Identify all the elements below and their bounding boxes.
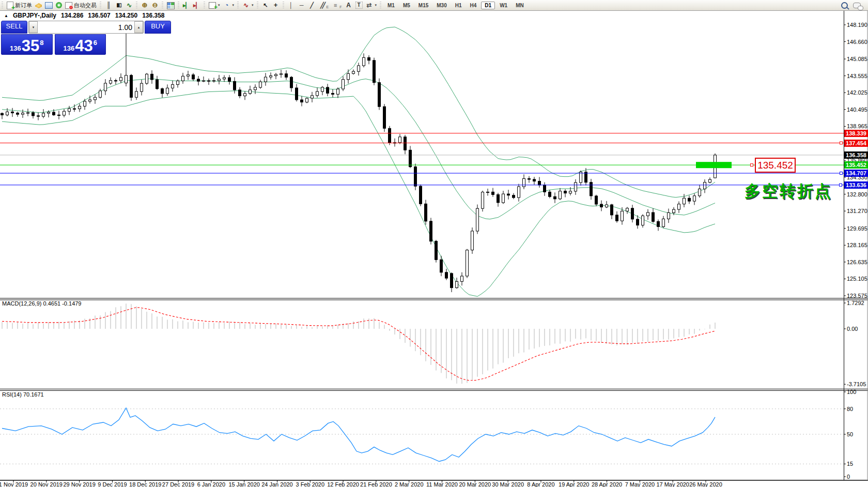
zoom-out-button[interactable]: ⊖: [150, 1, 160, 9]
mt4-window: 新订单自动交易║▮▯∿⊕⊖▸▏▸▏▾◔▾∿▾↖+│─╱╱╱E≡FAT⇄▾M1M5…: [0, 0, 868, 487]
terminal-button[interactable]: [43, 1, 54, 9]
toolbar-grip[interactable]: [136, 2, 137, 9]
line-chart-button[interactable]: ∿: [124, 1, 134, 9]
symbol-period-label: GBPJPY-,Daily: [13, 12, 56, 19]
buy-price[interactable]: 136 43 6: [55, 34, 106, 55]
rsi-tick-label: 15: [847, 461, 853, 467]
chart-shift-button[interactable]: ▸▏: [192, 1, 202, 9]
new-chart-button[interactable]: ▾: [207, 2, 222, 9]
cursor-icon: ↖: [262, 2, 269, 9]
volume-increase-button[interactable]: ▴: [134, 21, 143, 33]
zoom-in-button[interactable]: ⊕: [140, 1, 150, 9]
candlestick-chart-button[interactable]: ▮▯: [114, 1, 124, 9]
toolbar-grip[interactable]: [283, 2, 284, 9]
date-axis-label: 17 May 2020: [656, 481, 689, 487]
price-badge: 134.707: [844, 170, 868, 177]
rsi-tick-label: 80: [847, 406, 853, 412]
label-tool-button[interactable]: T: [354, 1, 364, 9]
price-badge: 138.339: [844, 130, 868, 137]
toolbar-grip[interactable]: [178, 2, 179, 9]
new-order-button-label: 新订单: [15, 2, 32, 9]
quote-low: 134.250: [115, 12, 137, 19]
bars-icon: ║: [105, 2, 112, 9]
toolbar-grip[interactable]: [100, 2, 101, 9]
volume-stepper: ▾ ▴: [28, 21, 144, 34]
date-axis-label: 11 Mar 2020: [426, 481, 458, 487]
toolbar-grip[interactable]: [162, 2, 163, 9]
turning-point-annotation[interactable]: 多空转折点: [745, 180, 832, 202]
indicators-button[interactable]: ∿▾: [241, 1, 255, 9]
price-tick-label: 143.555: [847, 73, 867, 79]
volume-input[interactable]: [38, 21, 134, 33]
level-price-label[interactable]: 135.452: [755, 158, 796, 173]
sell-price[interactable]: 136 35 8: [1, 34, 53, 55]
timeframe-m30-button[interactable]: M30: [433, 2, 450, 9]
timeframe-h1-button[interactable]: H1: [452, 2, 466, 9]
fibonacci-tool-button-sub: F: [339, 5, 342, 9]
collapse-panel-icon[interactable]: ▲: [4, 13, 8, 18]
chevron-down-icon[interactable]: ▾: [233, 3, 235, 7]
autotrading-button-label: 自动交易: [74, 2, 97, 9]
bar-chart-button[interactable]: ║: [103, 1, 114, 9]
buy-button[interactable]: BUY: [145, 21, 171, 34]
search-icon[interactable]: [841, 2, 848, 9]
sell-button[interactable]: SELL: [1, 21, 27, 34]
text-icon: A: [345, 2, 352, 9]
toolbar-grip[interactable]: [380, 2, 381, 9]
rsi-label: RSI(14) 70.1671: [2, 391, 44, 398]
date-axis-label: 29 Nov 2019: [63, 481, 95, 487]
fibonacci-tool-button[interactable]: ≡F: [330, 1, 343, 9]
cursor-tool-button[interactable]: ↖: [260, 1, 271, 9]
volume-decrease-button[interactable]: ▾: [29, 21, 38, 33]
timeframe-h4-button[interactable]: H4: [467, 2, 481, 9]
date-axis-label: 20 Nov 2019: [30, 481, 63, 487]
channel-tool-button-sub: E: [327, 5, 329, 9]
timeframe-m5-button[interactable]: M5: [399, 2, 414, 9]
crosshair-tool-button[interactable]: +: [271, 1, 281, 9]
toolbar: 新订单自动交易║▮▯∿⊕⊖▸▏▸▏▾◔▾∿▾↖+│─╱╱╱E≡FAT⇄▾M1M5…: [0, 0, 868, 11]
date-axis-label: 24 Jan 2020: [261, 481, 293, 487]
timeframe-m1-button[interactable]: M1: [384, 2, 398, 9]
chevron-down-icon[interactable]: ▾: [218, 3, 220, 7]
zoom-icon: ⊕: [141, 2, 148, 9]
new-order-button[interactable]: 新订单: [5, 1, 34, 10]
timeframe-m15-button[interactable]: M15: [415, 2, 432, 9]
chat-icon[interactable]: [853, 3, 861, 8]
toolbar-grip[interactable]: [2, 2, 3, 9]
auto-scroll-button[interactable]: ▸▏: [181, 1, 192, 9]
zoom-icon: ⊖: [151, 2, 159, 9]
rsi-tick-label: 0: [847, 474, 850, 480]
new-chart-icon: [209, 2, 216, 9]
metaeditor-button[interactable]: [34, 2, 43, 9]
price-tick-label: 126.635: [847, 259, 867, 265]
toolbar-grip[interactable]: [204, 2, 205, 9]
line-chart-icon: ∿: [126, 2, 133, 9]
chart-canvas[interactable]: [0, 0, 868, 487]
buy-button-label: BUY: [151, 22, 165, 30]
tile-windows-button[interactable]: [165, 1, 176, 10]
price-badge: 137.454: [844, 140, 868, 147]
macd-tick-label: 1.7292: [847, 300, 864, 306]
timeframe-w1-button[interactable]: W1: [496, 2, 511, 9]
text-tool-button[interactable]: A: [344, 1, 354, 9]
toolbar-grip[interactable]: [257, 2, 258, 9]
chevron-down-icon[interactable]: ▾: [375, 3, 377, 7]
horizontal-line-tool-button[interactable]: ─: [297, 1, 307, 9]
date-axis-label: 1 Nov 2019: [0, 481, 28, 487]
arrows-tool-button[interactable]: ⇄▾: [364, 1, 379, 9]
label-icon: T: [355, 2, 363, 9]
timeframe-d1-button[interactable]: D1: [481, 2, 495, 9]
price-tick-label: 131.270: [847, 208, 867, 214]
quote-high: 136.507: [88, 12, 110, 19]
toolbar-grip[interactable]: [237, 2, 239, 9]
shift-chart-icon: ▸▏: [193, 2, 200, 9]
timeframe-mn-button[interactable]: MN: [512, 2, 528, 9]
channel-tool-button[interactable]: ╱╱E: [317, 1, 331, 9]
signals-button[interactable]: [54, 2, 64, 9]
profiles-button[interactable]: ◔▾: [222, 1, 236, 9]
macd-tick-label: -3.7105: [847, 381, 866, 387]
autotrading-button[interactable]: 自动交易: [64, 1, 98, 10]
vertical-line-tool-button[interactable]: │: [286, 1, 297, 9]
trendline-tool-button[interactable]: ╱: [307, 1, 317, 9]
chevron-down-icon[interactable]: ▾: [252, 3, 254, 7]
